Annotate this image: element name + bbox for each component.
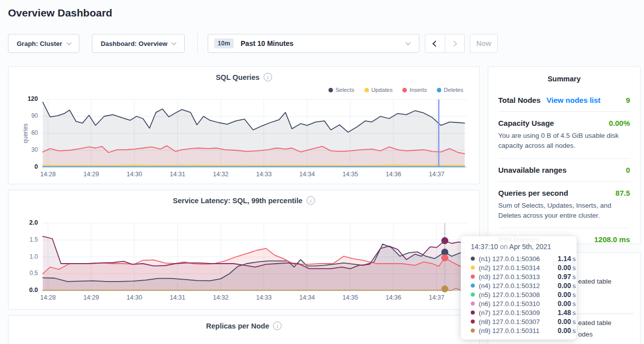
x-axis-tick: 14:32	[206, 171, 236, 178]
chart-legend: SelectsUpdatesInsertsDeletes	[328, 87, 463, 93]
node-latency-value: 0.00	[558, 327, 571, 335]
x-axis-tick: 14:35	[335, 294, 365, 301]
node-address: (n4) 127.0.0.1:50312	[479, 282, 558, 290]
x-axis-tick: 14:33	[249, 294, 279, 301]
summary-value: 87.5	[616, 189, 630, 197]
node-address: (n8) 127.0.0.1:50307	[479, 318, 558, 326]
summary-label: Capacity Usage	[498, 119, 554, 127]
latency-unit: s	[573, 318, 576, 326]
y-axis-tick: 30	[16, 146, 38, 153]
tooltip-node-row: (n1) 127.0.0.1:503061.14s	[471, 254, 577, 263]
node-color-dot	[471, 329, 475, 333]
summary-description: Sum of Selects, Updates, Inserts, and De…	[498, 201, 630, 221]
summary-label: Unavailable ranges	[498, 166, 567, 174]
node-color-dot	[471, 284, 475, 288]
chevron-down-icon	[172, 40, 177, 45]
x-axis-tick: 14:31	[163, 171, 193, 178]
y-axis-tick: 1.0	[16, 253, 38, 260]
tooltip-node-row: (n4) 127.0.0.1:503120.00s	[471, 281, 577, 290]
node-address: (n9) 127.0.0.1:50311	[479, 327, 558, 335]
tooltip-node-row: (n8) 127.0.0.1:503070.00s	[471, 317, 577, 326]
legend-label: Selects	[335, 87, 354, 93]
legend-item-selects[interactable]: Selects	[328, 87, 354, 93]
legend-dot	[437, 88, 441, 92]
y-axis-tick: 120	[16, 95, 38, 102]
node-latency-value: 1.48	[558, 309, 571, 317]
replicas-per-node-card: Replicas per Node i	[8, 315, 480, 344]
dashboard-dropdown[interactable]: Dashboard: Overview	[92, 34, 185, 53]
time-pager	[425, 34, 465, 53]
summary-panel: Summary Total Nodes View nodes list 9 Ca…	[488, 66, 641, 244]
time-window-badge: 10m	[214, 38, 234, 48]
node-color-dot	[471, 311, 475, 315]
y-axis-tick: 1.5	[16, 236, 38, 243]
node-latency-value: 0.00	[558, 318, 571, 326]
x-axis-tick: 14:30	[119, 294, 149, 301]
tooltip-node-row: (n6) 127.0.0.1:503100.00s	[471, 299, 577, 308]
service-latency-plot[interactable]	[42, 223, 467, 291]
tooltip-node-row: (n7) 127.0.0.1:503091.48s	[471, 308, 577, 317]
dashboard-dropdown-label: Dashboard: Overview	[101, 40, 168, 47]
legend-label: Inserts	[409, 87, 427, 93]
legend-item-deletes[interactable]: Deletes	[437, 87, 463, 93]
legend-label: Updates	[371, 87, 393, 93]
y-axis-tick: 0	[16, 163, 38, 170]
event-text-fragment: eated table	[578, 278, 612, 285]
time-window-selector[interactable]: 10m Past 10 Minutes	[208, 34, 419, 53]
node-color-dot	[471, 302, 475, 306]
legend-item-inserts[interactable]: Inserts	[402, 87, 427, 93]
chart-title-sql-queries: SQL Queries	[216, 73, 260, 81]
x-axis-tick: 14:35	[335, 171, 365, 178]
sql-queries-plot[interactable]	[42, 99, 467, 167]
chevron-down-icon	[406, 40, 411, 45]
tooltip-timestamp: 14:37:10 on Apr 5th, 2021	[471, 243, 577, 251]
summary-label: Queries per second	[498, 189, 568, 197]
info-icon[interactable]: i	[264, 73, 272, 81]
tooltip-node-row: (n5) 127.0.0.1:503080.00s	[471, 290, 577, 299]
now-button[interactable]: Now	[470, 34, 498, 53]
chevron-right-icon	[451, 40, 457, 47]
tooltip-node-row: (n3) 127.0.0.1:503130.97s	[471, 272, 577, 281]
graph-dropdown-label: Graph: Cluster	[16, 40, 62, 47]
info-icon[interactable]: i	[273, 322, 282, 330]
node-address: (n2) 127.0.0.1:50314	[479, 264, 558, 272]
node-color-dot	[471, 275, 475, 279]
summary-value: 9	[626, 96, 630, 104]
legend-dot	[328, 88, 333, 92]
chart-hover-tooltip: 14:37:10 on Apr 5th, 2021 (n1) 127.0.0.1…	[461, 236, 577, 340]
toolbar-divider	[197, 33, 198, 54]
summary-value: 0.00%	[609, 119, 630, 127]
x-axis-tick: 14:29	[76, 171, 106, 178]
next-time-button[interactable]	[445, 34, 464, 52]
y-axis-tick: 60	[16, 129, 38, 136]
node-address: (n7) 127.0.0.1:50309	[479, 309, 558, 317]
node-address: (n1) 127.0.0.1:50306	[479, 255, 558, 263]
summary-heading: Summary	[498, 75, 630, 83]
graph-dropdown[interactable]: Graph: Cluster	[8, 34, 79, 53]
chart-title-replicas-per-node: Replicas per Node	[206, 322, 270, 330]
info-icon[interactable]: i	[307, 196, 315, 205]
x-axis-tick: 14:34	[292, 171, 322, 178]
y-axis-tick: 2.0	[16, 219, 38, 226]
service-latency-card: Service Latency: SQL, 99th percentile i …	[8, 190, 480, 310]
latency-unit: s	[573, 255, 576, 263]
summary-value: 1208.0 ms	[594, 235, 630, 244]
prev-time-button[interactable]	[425, 34, 445, 52]
node-color-dot	[471, 257, 475, 261]
sql-queries-card: SQL Queries i SelectsUpdatesInsertsDelet…	[8, 66, 480, 184]
x-axis-tick: 14:34	[292, 294, 322, 301]
page-title: Overview Dashboard	[8, 7, 112, 19]
node-latency-value: 1.14	[558, 255, 571, 263]
x-axis-tick: 14:37	[422, 171, 452, 178]
legend-label: Deletes	[444, 87, 463, 93]
view-nodes-list-link[interactable]: View nodes list	[547, 96, 601, 104]
x-axis-tick: 14:37	[422, 294, 452, 301]
x-axis-tick: 14:36	[378, 171, 408, 178]
x-axis-tick: 14:36	[378, 294, 408, 301]
legend-item-updates[interactable]: Updates	[364, 87, 393, 93]
node-latency-value: 0.00	[558, 300, 571, 308]
summary-value: 0	[626, 166, 630, 174]
node-latency-value: 0.00	[558, 291, 571, 299]
summary-item-capacity-usage: Capacity Usage 0.00% You are using 0 B o…	[498, 111, 630, 158]
x-axis-tick: 14:33	[249, 171, 279, 178]
